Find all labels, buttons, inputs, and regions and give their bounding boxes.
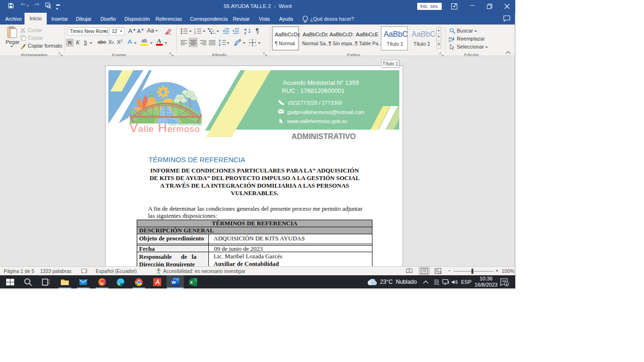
svg-text:ac: ac <box>448 39 452 42</box>
svg-text:gadprvallehermoso@hotmail.com: gadprvallehermoso@hotmail.com <box>287 109 364 115</box>
svg-text:W: W <box>172 280 176 285</box>
svg-text:Z: Z <box>244 32 247 34</box>
svg-text:A: A <box>244 28 247 31</box>
svg-text:www.vallehermoso.gob.ec: www.vallehermoso.gob.ec <box>287 118 347 124</box>
svg-text:4: 4 <box>505 282 508 287</box>
svg-text:(02)2773220 / 2773300: (02)2773220 / 2773300 <box>288 100 342 106</box>
svg-text:RUC : 1768120600001: RUC : 1768120600001 <box>282 87 345 94</box>
svg-text:3: 3 <box>194 32 196 34</box>
svg-text:Acuerdo Ministerial N° 1359: Acuerdo Ministerial N° 1359 <box>283 79 359 86</box>
svg-text:X: X <box>190 280 193 285</box>
